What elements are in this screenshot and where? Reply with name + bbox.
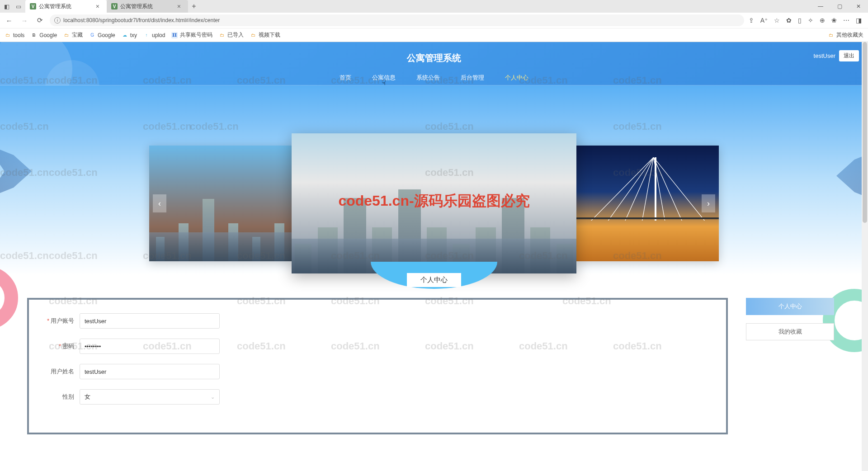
browser-tab-2[interactable]: V 公寓管理系统 × xyxy=(107,0,188,13)
carousel-next-button[interactable]: › xyxy=(702,194,715,212)
url-text: localhost:8080/springbootudr7l/front/dis… xyxy=(63,17,220,24)
new-tab-button[interactable]: + xyxy=(188,0,200,12)
bridge-cables xyxy=(591,157,705,221)
tab-title: 公寓管理系统 xyxy=(39,3,71,10)
bookmark-uplod[interactable]: ↑uplod xyxy=(143,32,165,38)
input-name[interactable] xyxy=(80,364,220,379)
bookmark-imported[interactable]: 🗀已导入 xyxy=(219,31,244,39)
side-my-favorites[interactable]: 我的收藏 xyxy=(746,323,834,340)
carousel-slide-next[interactable]: › xyxy=(576,146,719,261)
bookmark-share-pw[interactable]: 𝗜𝗜共享账号密码 xyxy=(171,31,212,39)
browser-chrome: ◧ ▭ V 公寓管理系统 × V 公寓管理系统 × + — ▢ ✕ ← → ⟳ xyxy=(0,0,868,42)
app-header: 公寓管理系统 testUser 退出 首页 公寓信息 系统公告 后台管理 个人中… xyxy=(0,42,868,85)
split-icon[interactable]: ▯ xyxy=(798,17,802,24)
carousel: ‹ xyxy=(149,133,719,273)
current-user[interactable]: testUser xyxy=(814,52,835,59)
vue-favicon-icon: V xyxy=(111,3,118,9)
chevron-down-icon: ⌄ xyxy=(211,394,215,400)
back-button[interactable]: ← xyxy=(4,15,14,26)
select-gender[interactable]: 女 ⌄ xyxy=(80,389,220,405)
tabstrip-icon[interactable]: ▭ xyxy=(15,3,22,9)
input-password[interactable] xyxy=(80,339,220,354)
bookmark-txy[interactable]: ☁txy xyxy=(122,32,137,38)
nav-apartment-info[interactable]: 公寓信息 xyxy=(370,71,397,85)
share-icon[interactable]: ⇪ xyxy=(749,17,754,24)
nav-admin[interactable]: 后台管理 xyxy=(459,71,486,85)
browser-tab-1[interactable]: V 公寓管理系统 × xyxy=(25,0,107,13)
bookmark-tools[interactable]: 🗀tools xyxy=(5,32,24,38)
form-item-password: 密码 xyxy=(38,339,717,354)
cloud-icon: ☁ xyxy=(122,32,128,38)
main-nav: 首页 公寓信息 系统公告 后台管理 个人中心 xyxy=(0,70,868,85)
svg-line-4 xyxy=(653,157,665,221)
side-user-center[interactable]: 个人中心 xyxy=(746,298,834,315)
tab-title: 公寓管理系统 xyxy=(120,3,153,10)
close-icon[interactable]: × xyxy=(96,3,99,10)
scrollbar-thumb[interactable] xyxy=(863,42,867,223)
input-account[interactable] xyxy=(80,313,220,329)
downloads-icon[interactable]: ⊕ xyxy=(820,17,825,24)
nav-home[interactable]: 首页 xyxy=(338,71,353,85)
select-value: 女 xyxy=(85,393,90,401)
minimize-button[interactable]: — xyxy=(811,0,830,13)
page-viewport: 公寓管理系统 testUser 退出 首页 公寓信息 系统公告 后台管理 个人中… xyxy=(0,42,868,471)
collections-icon[interactable]: ✧ xyxy=(808,17,813,24)
sidebar-icon[interactable]: ◨ xyxy=(856,17,862,24)
form-panel: 用户账号 密码 用户姓名 性别 女 ⌄ xyxy=(27,298,728,434)
bookmark-google2[interactable]: GGoogle xyxy=(89,32,115,38)
label-account: 用户账号 xyxy=(38,317,80,325)
label-gender: 性别 xyxy=(38,393,80,401)
profile-icon[interactable]: ◧ xyxy=(4,3,10,9)
site-info-icon[interactable]: i xyxy=(54,17,61,24)
bookmarks-bar: 🗀tools 🗎Google 🗀宝藏 GGoogle ☁txy ↑uplod 𝗜… xyxy=(0,28,868,42)
puzzle-icon[interactable]: ✿ xyxy=(786,17,792,24)
google-icon: G xyxy=(89,32,95,38)
logout-button[interactable]: 退出 xyxy=(839,50,859,61)
form-item-account: 用户账号 xyxy=(38,313,717,329)
more-icon[interactable]: ⋯ xyxy=(843,17,849,24)
label-name: 用户姓名 xyxy=(38,367,80,376)
pink-ring-decoration xyxy=(0,266,18,330)
scrollbar-track[interactable] xyxy=(862,42,868,471)
carousel-prev-button[interactable]: ‹ xyxy=(153,194,166,212)
close-window-button[interactable]: ✕ xyxy=(849,0,868,13)
bookmark-others[interactable]: 🗀其他收藏夹 xyxy=(828,31,863,39)
form-item-gender: 性别 女 ⌄ xyxy=(38,389,717,405)
tabs-row: V 公寓管理系统 × V 公寓管理系统 × + xyxy=(25,0,811,13)
carousel-slide-current[interactable] xyxy=(292,133,576,273)
folder-icon: 🗀 xyxy=(828,32,834,38)
svg-line-2 xyxy=(625,157,653,221)
app-title: 公寓管理系统 xyxy=(407,52,461,64)
form-item-name: 用户姓名 xyxy=(38,364,717,379)
key-icon: 𝗜𝗜 xyxy=(171,32,178,38)
vue-favicon-icon: V xyxy=(30,3,36,9)
upload-icon: ↑ xyxy=(143,32,150,38)
bookmark-video[interactable]: 🗀视频下载 xyxy=(250,31,280,39)
address-bar[interactable]: i localhost:8080/springbootudr7l/front/d… xyxy=(50,14,744,26)
favorite-icon[interactable]: ☆ xyxy=(774,17,780,24)
nav-user-center[interactable]: 个人中心 xyxy=(503,71,530,85)
bookmark-google[interactable]: 🗎Google xyxy=(31,32,57,38)
page-icon: 🗎 xyxy=(31,32,37,38)
maximize-button[interactable]: ▢ xyxy=(830,0,849,13)
label-password: 密码 xyxy=(38,342,80,350)
svg-line-1 xyxy=(608,157,653,221)
carousel-slide-prev[interactable]: ‹ xyxy=(149,146,292,261)
close-icon[interactable]: × xyxy=(177,3,181,10)
forward-button[interactable]: → xyxy=(19,15,30,26)
refresh-button[interactable]: ⟳ xyxy=(34,15,45,26)
folder-icon: 🗀 xyxy=(63,32,70,38)
address-row: ← → ⟳ i localhost:8080/springbootudr7l/f… xyxy=(0,13,868,28)
performance-icon[interactable]: ❀ xyxy=(831,17,837,24)
side-panel: 个人中心 我的收藏 xyxy=(746,298,841,434)
folder-icon: 🗀 xyxy=(5,32,11,38)
folder-icon: 🗀 xyxy=(250,32,256,38)
nav-system-notice[interactable]: 系统公告 xyxy=(415,71,442,85)
content-row: 用户账号 密码 用户姓名 性别 女 ⌄ 个人中心 我的收藏 xyxy=(0,275,868,434)
bookmark-baozang[interactable]: 🗀宝藏 xyxy=(63,31,83,39)
svg-line-6 xyxy=(653,157,704,221)
hero-area: ‹ xyxy=(0,85,868,275)
section-title: 个人中心 xyxy=(407,273,461,287)
svg-line-5 xyxy=(653,157,682,221)
reader-icon[interactable]: A⁺ xyxy=(760,17,768,24)
